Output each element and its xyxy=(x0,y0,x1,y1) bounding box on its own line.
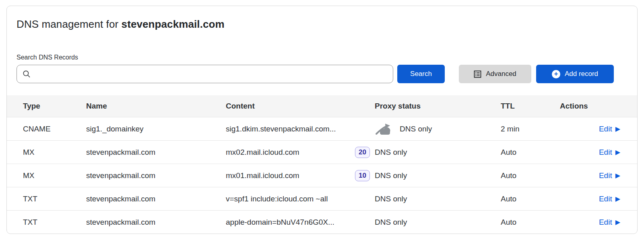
edit-link[interactable]: Edit▶ xyxy=(599,171,620,180)
record-content-text: mx01.mail.icloud.com xyxy=(226,171,299,180)
record-content-text: mx02.mail.icloud.com xyxy=(226,148,299,157)
record-proxy-status: DNS only xyxy=(375,148,501,157)
advanced-button[interactable]: Advanced xyxy=(459,65,531,83)
table-row: MX stevenpackmail.com mx01.mail.icloud.c… xyxy=(7,164,637,187)
edit-link[interactable]: Edit▶ xyxy=(599,218,620,227)
table-row: TXT stevenpackmail.com v=spf1 include:ic… xyxy=(7,187,637,210)
record-content: v=spf1 include:icloud.com ~all xyxy=(226,195,375,203)
header-proxy-status: Proxy status xyxy=(375,102,501,111)
record-actions: Edit▶ xyxy=(560,125,637,133)
table-header-row: Type Name Content Proxy status TTL Actio… xyxy=(7,95,637,117)
record-content: sig1.dkim.stevenpackmail.com... xyxy=(226,125,375,133)
record-content: apple-domain=bNuV47n6G0X... xyxy=(226,218,375,227)
record-proxy-status: DNS only xyxy=(375,195,501,203)
search-icon xyxy=(23,70,31,78)
table-row: TXT stevenpackmail.com apple-domain=bNuV… xyxy=(7,210,637,234)
record-content: mx01.mail.icloud.com 10 xyxy=(226,170,375,181)
proxy-status-text: DNS only xyxy=(375,195,407,203)
record-type: MX xyxy=(7,171,86,180)
record-type: TXT xyxy=(7,195,86,203)
proxy-status-text: DNS only xyxy=(400,125,432,133)
record-actions: Edit▶ xyxy=(560,148,637,157)
search-toolbar: Search Advanced + Add xyxy=(17,65,614,83)
dns-records-table: Type Name Content Proxy status TTL Actio… xyxy=(7,95,637,234)
table-row: CNAME sig1._domainkey sig1.dkim.stevenpa… xyxy=(7,117,637,140)
search-box[interactable] xyxy=(17,65,393,83)
advanced-list-icon xyxy=(474,70,481,78)
record-content-text: v=spf1 include:icloud.com ~all xyxy=(226,195,328,203)
header-name: Name xyxy=(86,102,226,111)
proxy-status-text: DNS only xyxy=(375,171,407,180)
record-name: sig1._domainkey xyxy=(86,125,226,133)
record-content-text: apple-domain=bNuV47n6G0X... xyxy=(226,218,334,227)
add-record-button-label: Add record xyxy=(565,70,598,78)
record-content: mx02.mail.icloud.com 20 xyxy=(226,147,375,158)
edit-link-text: Edit xyxy=(599,148,612,157)
table-body: CNAME sig1._domainkey sig1.dkim.stevenpa… xyxy=(7,117,637,234)
record-name: stevenpackmail.com xyxy=(86,218,226,227)
header-ttl: TTL xyxy=(501,102,560,111)
proxy-status-text: DNS only xyxy=(375,148,407,157)
record-name: stevenpackmail.com xyxy=(86,171,226,180)
header-content: Content xyxy=(226,102,375,111)
record-actions: Edit▶ xyxy=(560,171,637,180)
header-type: Type xyxy=(7,102,86,111)
record-ttl: Auto xyxy=(501,218,560,227)
search-button[interactable]: Search xyxy=(397,65,445,83)
record-ttl: Auto xyxy=(501,148,560,157)
edit-link[interactable]: Edit▶ xyxy=(599,125,620,133)
record-type: MX xyxy=(7,148,86,157)
edit-link-text: Edit xyxy=(599,195,612,203)
record-proxy-status: DNS only xyxy=(375,123,501,135)
advanced-button-label: Advanced xyxy=(486,70,516,78)
add-record-button[interactable]: + Add record xyxy=(536,65,614,83)
priority-badge: 20 xyxy=(355,147,370,158)
page-title: DNS management for stevenpackmail.com xyxy=(17,18,614,31)
record-name: stevenpackmail.com xyxy=(86,195,226,203)
search-label: Search DNS Records xyxy=(17,54,614,61)
proxy-status-text: DNS only xyxy=(375,218,407,227)
edit-link-text: Edit xyxy=(599,218,612,227)
page-title-prefix: DNS management for xyxy=(17,18,122,30)
edit-arrow-icon: ▶ xyxy=(615,126,620,132)
table-row: MX stevenpackmail.com mx02.mail.icloud.c… xyxy=(7,140,637,164)
record-name: stevenpackmail.com xyxy=(86,148,226,157)
record-actions: Edit▶ xyxy=(560,195,637,203)
edit-link-text: Edit xyxy=(599,171,612,180)
edit-link-text: Edit xyxy=(599,125,612,133)
edit-arrow-icon: ▶ xyxy=(615,219,620,226)
edit-link[interactable]: Edit▶ xyxy=(599,148,620,157)
record-content-text: sig1.dkim.stevenpackmail.com... xyxy=(226,125,336,133)
page-title-domain: stevenpackmail.com xyxy=(122,18,225,30)
dns-only-cloud-icon xyxy=(375,123,393,135)
header-actions: Actions xyxy=(560,102,637,111)
plus-circle-icon: + xyxy=(552,70,560,78)
edit-link[interactable]: Edit▶ xyxy=(599,195,620,203)
record-proxy-status: DNS only xyxy=(375,218,501,227)
record-ttl: Auto xyxy=(501,171,560,180)
record-type: TXT xyxy=(7,218,86,227)
dns-management-card: DNS management for stevenpackmail.com Se… xyxy=(6,6,638,234)
record-ttl: 2 min xyxy=(501,125,560,133)
edit-arrow-icon: ▶ xyxy=(615,172,620,179)
record-proxy-status: DNS only xyxy=(375,171,501,180)
edit-arrow-icon: ▶ xyxy=(615,196,620,202)
record-ttl: Auto xyxy=(501,195,560,203)
record-actions: Edit▶ xyxy=(560,218,637,227)
card-top-section: DNS management for stevenpackmail.com Se… xyxy=(7,6,637,83)
record-type: CNAME xyxy=(7,125,86,133)
priority-badge: 10 xyxy=(355,170,370,181)
edit-arrow-icon: ▶ xyxy=(615,149,620,156)
search-input[interactable] xyxy=(35,70,387,78)
